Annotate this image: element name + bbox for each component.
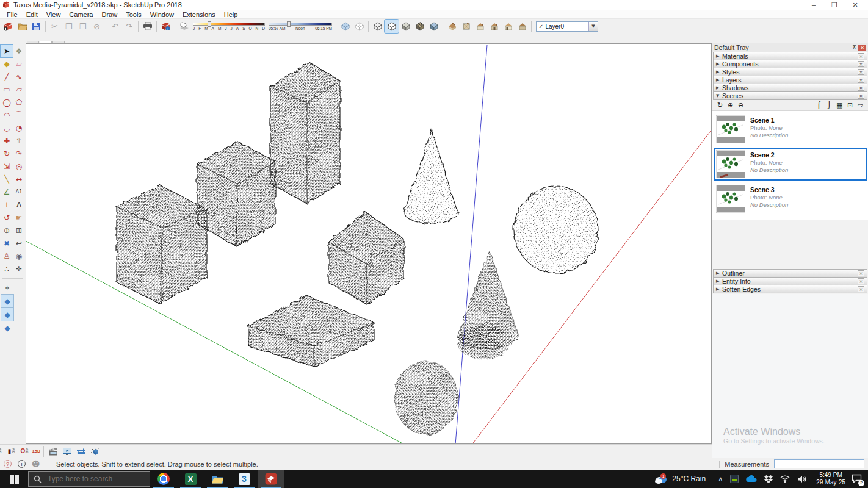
- date-slider-handle[interactable]: [208, 21, 211, 27]
- orbit-tool[interactable]: ↺: [1, 211, 13, 224]
- hide-details-icon[interactable]: ⌡: [824, 101, 834, 110]
- panel-scenes[interactable]: ▼ Scenes ✕: [713, 92, 867, 100]
- xray-style-button[interactable]: [338, 20, 352, 33]
- panel-close-icon[interactable]: ✕: [858, 286, 864, 292]
- panel-styles[interactable]: ▶ Styles ✕: [713, 68, 867, 76]
- weather-widget[interactable]: 1 25°C Rain: [654, 473, 706, 484]
- scene-thumbnail[interactable]: [716, 150, 745, 178]
- circle-tool[interactable]: ◯: [1, 96, 13, 109]
- panel-close-icon[interactable]: ✕: [858, 53, 864, 59]
- two-point-arc-tool[interactable]: ⌒: [13, 109, 25, 121]
- line-tool[interactable]: ╱: [1, 70, 13, 83]
- scene-thumbnail[interactable]: [716, 185, 745, 213]
- model-viewport[interactable]: [26, 43, 712, 444]
- scene-thumbnail[interactable]: [716, 115, 745, 143]
- make-component-tool[interactable]: ❖: [13, 45, 25, 57]
- panel-outliner[interactable]: ▶ Outliner ✕: [713, 269, 867, 278]
- panel-close-icon[interactable]: ✕: [858, 85, 864, 91]
- freehand-tool[interactable]: ∿: [13, 70, 25, 83]
- menu-edit[interactable]: Edit: [22, 11, 42, 18]
- messaging-app-icon[interactable]: [730, 475, 739, 483]
- panel-close-icon[interactable]: ✕: [858, 61, 864, 67]
- taskbar-app-sketchup[interactable]: [258, 470, 284, 488]
- pie-tool[interactable]: ◔: [13, 121, 25, 134]
- position-camera-tool[interactable]: ♙: [1, 249, 13, 262]
- new-button[interactable]: [1, 20, 15, 33]
- scene-list-item[interactable]: Scene 2 Photo: None No Description: [714, 148, 867, 181]
- help-icon[interactable]: ?: [4, 460, 12, 468]
- top-view-button[interactable]: [459, 20, 473, 33]
- panel-close-icon[interactable]: ✕: [858, 69, 864, 75]
- panel-soften-edges[interactable]: ▶ Soften Edges ✕: [713, 285, 867, 293]
- zoom-extents-tool[interactable]: ✖: [1, 237, 13, 249]
- follow-me-tool[interactable]: ↷: [13, 147, 25, 160]
- menu-camera[interactable]: Camera: [65, 11, 97, 18]
- left-view-button[interactable]: [501, 20, 515, 33]
- push-pull-tool[interactable]: ⇧: [13, 134, 25, 147]
- menu-extensions[interactable]: Extensions: [178, 11, 220, 18]
- start-button[interactable]: [0, 470, 28, 488]
- select-tool[interactable]: ➤: [1, 45, 13, 57]
- chevron-down-icon[interactable]: ▼: [588, 22, 598, 31]
- plugin-blue-tool-3[interactable]: ◆: [1, 321, 13, 334]
- transition-arrows-icon[interactable]: [74, 445, 88, 458]
- update-scene-icon[interactable]: ↻: [715, 101, 725, 110]
- scene-tab-scene-3[interactable]: [52, 41, 65, 43]
- taskbar-search[interactable]: [28, 471, 150, 487]
- panel-close-icon[interactable]: ✕: [858, 270, 864, 276]
- restore-button[interactable]: ❐: [824, 1, 845, 9]
- search-input[interactable]: [46, 474, 138, 484]
- rectangle-tool[interactable]: ▭: [1, 83, 13, 96]
- section-plane-tool[interactable]: ✛: [13, 262, 25, 275]
- menu-help[interactable]: Help: [220, 11, 242, 18]
- panel-close-icon[interactable]: ✕: [858, 93, 864, 99]
- instructor-icon[interactable]: i: [18, 460, 26, 468]
- scene-list-item[interactable]: Scene 3 Photo: None No Description: [714, 182, 867, 215]
- shadow-date-slider[interactable]: JFMAMJJASOND: [193, 23, 265, 30]
- remove-scene-icon[interactable]: ⊖: [736, 101, 746, 110]
- highlight-object-icon[interactable]: [88, 445, 102, 458]
- menu-file[interactable]: File: [2, 11, 22, 18]
- print-button[interactable]: [140, 20, 154, 33]
- scene-thumbnails-icon[interactable]: ⊡: [845, 101, 855, 110]
- three-point-arc-tool[interactable]: ◡: [1, 121, 13, 134]
- panel-materials[interactable]: ▶ Materials ✕: [713, 52, 867, 60]
- walk-tool[interactable]: ∴: [1, 262, 13, 275]
- paste-button[interactable]: ❒: [76, 20, 90, 33]
- panel-components[interactable]: ▶ Components ✕: [713, 60, 867, 68]
- back-view-button[interactable]: [515, 20, 529, 33]
- front-view-button[interactable]: [473, 20, 487, 33]
- onedrive-icon[interactable]: [746, 475, 757, 483]
- panel-entity-info[interactable]: ▶ Entity Info ✕: [713, 277, 867, 285]
- save-button[interactable]: [29, 20, 43, 33]
- rotate-tool[interactable]: ↻: [1, 147, 13, 160]
- shaded-with-textures-style-button[interactable]: [413, 20, 427, 33]
- offset-tool[interactable]: ◎: [13, 160, 25, 173]
- close-button[interactable]: ✕: [845, 1, 866, 9]
- volume-icon[interactable]: [797, 475, 806, 483]
- copy-button[interactable]: ❐: [62, 20, 76, 33]
- presentation-screen-icon[interactable]: [60, 445, 74, 458]
- model-info-button[interactable]: i: [159, 20, 173, 33]
- time-slider-handle[interactable]: [287, 21, 291, 27]
- tape-measure-tool[interactable]: ╲: [1, 173, 13, 185]
- account-icon[interactable]: ☻: [32, 460, 40, 468]
- action-center-icon[interactable]: 2: [852, 474, 862, 484]
- tray-header[interactable]: Default Tray ⊼ ✕: [712, 43, 868, 52]
- minimize-button[interactable]: –: [803, 1, 824, 9]
- tray-close-icon[interactable]: ✕: [858, 45, 866, 51]
- eraser-tool[interactable]: ▱: [13, 57, 25, 70]
- shadow-time-slider[interactable]: 05:57 AM Noon 06:15 PM: [269, 23, 332, 30]
- open-button[interactable]: [15, 20, 29, 33]
- shaded-style-button[interactable]: [399, 20, 413, 33]
- menu-view[interactable]: View: [42, 11, 65, 18]
- panel-close-icon[interactable]: ✕: [858, 278, 864, 284]
- taskbar-clock[interactable]: 5:49 PM 29-May-25: [816, 472, 845, 487]
- menu-window[interactable]: Window: [146, 11, 178, 18]
- zoom-tool[interactable]: ⊕: [1, 224, 13, 237]
- dimensions-tool[interactable]: ↔: [13, 173, 25, 185]
- plugin-blue-tool-2[interactable]: ◆: [1, 308, 13, 321]
- monochrome-style-button[interactable]: [427, 20, 441, 33]
- position-indicator-tool[interactable]: ⌖: [1, 281, 13, 294]
- menu-tools[interactable]: Tools: [121, 11, 146, 18]
